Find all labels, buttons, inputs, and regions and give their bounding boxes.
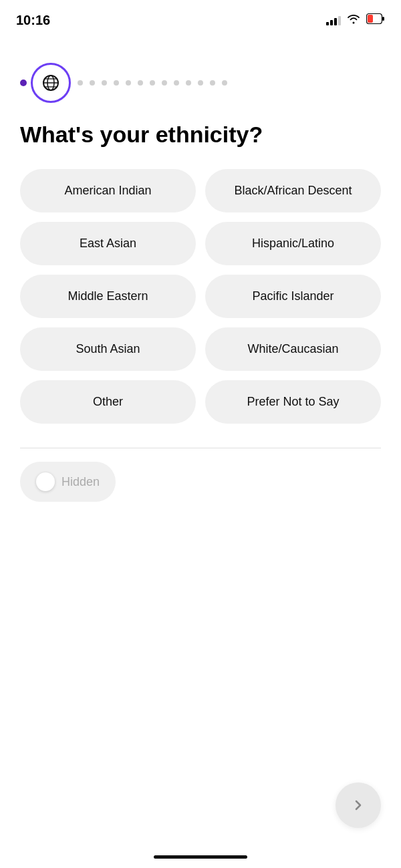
step-icon-circle	[31, 63, 71, 103]
option-prefer-not[interactable]: Prefer Not to Say	[205, 380, 381, 424]
hidden-toggle-button[interactable]: Hidden	[20, 462, 116, 502]
toggle-circle-indicator	[36, 472, 55, 491]
signal-icon	[326, 15, 341, 25]
battery-icon	[366, 13, 385, 27]
progress-area	[0, 36, 401, 103]
option-other[interactable]: Other	[20, 380, 196, 424]
option-white-caucasian[interactable]: White/Caucasian	[205, 327, 381, 371]
next-button[interactable]	[336, 782, 381, 828]
option-hispanic-latino[interactable]: Hispanic/Latino	[205, 222, 381, 265]
wifi-icon	[346, 13, 361, 27]
options-grid: American Indian Black/African Descent Ea…	[0, 148, 401, 424]
chevron-right-icon	[350, 797, 366, 813]
hidden-label: Hidden	[61, 475, 100, 489]
option-middle-eastern[interactable]: Middle Eastern	[20, 275, 196, 318]
globe-icon	[41, 73, 61, 93]
status-bar: 10:16	[0, 0, 401, 36]
home-indicator	[154, 855, 247, 859]
option-black-african[interactable]: Black/African Descent	[205, 169, 381, 212]
question-title: What's your ethnicity?	[0, 103, 401, 148]
progress-dots	[78, 80, 381, 86]
option-pacific-islander[interactable]: Pacific Islander	[205, 275, 381, 318]
status-time: 10:16	[16, 13, 50, 28]
option-american-indian[interactable]: American Indian	[20, 169, 196, 212]
hidden-area: Hidden	[0, 448, 401, 502]
option-south-asian[interactable]: South Asian	[20, 327, 196, 371]
svg-rect-1	[368, 15, 373, 23]
svg-rect-2	[382, 17, 384, 21]
option-east-asian[interactable]: East Asian	[20, 222, 196, 265]
status-icons	[326, 13, 385, 27]
active-dot	[20, 80, 27, 86]
